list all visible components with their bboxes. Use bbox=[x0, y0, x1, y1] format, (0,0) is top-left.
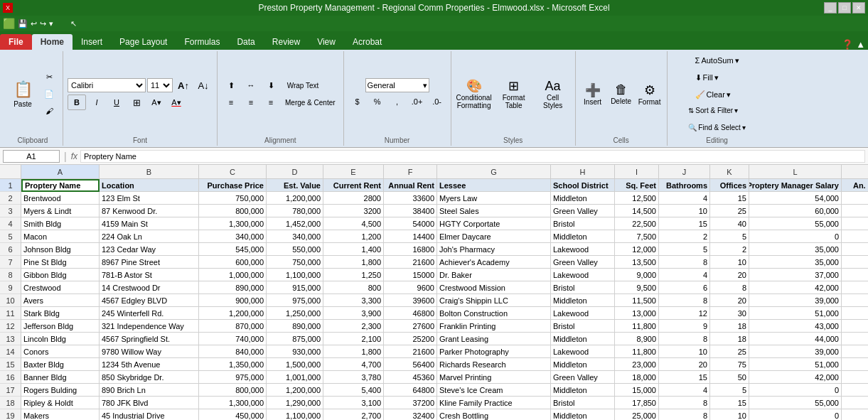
cell-G4[interactable]: HGTY Corportate bbox=[437, 217, 551, 230]
cell-M18[interactable]: 7,500 bbox=[842, 397, 868, 409]
cell-F2[interactable]: 33600 bbox=[384, 192, 437, 205]
clear-button[interactable]: 🧹 Clear ▾ bbox=[692, 87, 734, 102]
cell-L12[interactable]: 43,000 bbox=[749, 320, 842, 333]
cell-D18[interactable]: 1,290,000 bbox=[267, 397, 323, 409]
cell-k1[interactable]: Offices bbox=[710, 179, 749, 192]
cell-J10[interactable]: 8 bbox=[659, 294, 710, 307]
cell-A11[interactable]: Stark Bldg bbox=[21, 307, 100, 320]
autosum-dropdown[interactable]: ▾ bbox=[735, 56, 739, 65]
cell-L2[interactable]: 54,000 bbox=[749, 192, 842, 205]
cell-G3[interactable]: Steel Sales bbox=[437, 205, 551, 217]
cell-I8[interactable]: 9,000 bbox=[615, 269, 659, 281]
cell-K2[interactable]: 15 bbox=[710, 192, 749, 205]
cell-B6[interactable]: 123 Cedar Way bbox=[100, 243, 199, 256]
col-header-h[interactable]: H bbox=[551, 165, 615, 178]
cell-B10[interactable]: 4567 Edgley BLVD bbox=[100, 294, 199, 307]
wrap-text-button[interactable]: Wrap Text bbox=[282, 77, 324, 93]
cell-A18[interactable]: Ripley & Holdt bbox=[21, 397, 100, 409]
row-num-5[interactable]: 5 bbox=[0, 230, 21, 243]
cell-H14[interactable]: Lakewood bbox=[551, 345, 615, 358]
tab-data[interactable]: Data bbox=[228, 34, 263, 50]
cell-F12[interactable]: 27600 bbox=[384, 320, 437, 333]
cell-M11[interactable]: 5,700 bbox=[842, 307, 868, 320]
cell-E12[interactable]: 2,300 bbox=[323, 320, 384, 333]
cell-M4[interactable]: 15,000 bbox=[842, 217, 868, 230]
conditional-formatting-button[interactable]: 🎨 Conditional Formatting bbox=[456, 73, 493, 114]
cell-M17[interactable]: 2,000 bbox=[842, 384, 868, 397]
cell-L16[interactable]: 42,000 bbox=[749, 371, 842, 384]
cell-B9[interactable]: 14 Crestwood Dr bbox=[100, 281, 199, 294]
cell-G15[interactable]: Richards Research bbox=[437, 358, 551, 371]
cell-H19[interactable]: Middleton bbox=[551, 409, 615, 420]
cell-F8[interactable]: 15000 bbox=[384, 269, 437, 281]
cell-I19[interactable]: 25,000 bbox=[615, 409, 659, 420]
font-name-select[interactable]: Calibri bbox=[68, 78, 146, 92]
cell-M19[interactable]: 9,000 bbox=[842, 409, 868, 420]
cell-D4[interactable]: 1,452,000 bbox=[267, 217, 323, 230]
cell-B4[interactable]: 4159 Main St bbox=[100, 217, 199, 230]
merge-center-button[interactable]: Merge & Center bbox=[282, 95, 339, 110]
cell-E7[interactable]: 1,800 bbox=[323, 256, 384, 269]
cell-L10[interactable]: 39,000 bbox=[749, 294, 842, 307]
row-num-7[interactable]: 7 bbox=[0, 256, 21, 269]
cell-A3[interactable]: Myers & Lindt bbox=[21, 205, 100, 217]
cell-K15[interactable]: 75 bbox=[710, 358, 749, 371]
cell-A6[interactable]: Johnson Bldg bbox=[21, 243, 100, 256]
col-header-l[interactable]: L bbox=[749, 165, 842, 178]
cell-K3[interactable]: 25 bbox=[710, 205, 749, 217]
cell-G12[interactable]: Franklin Printing bbox=[437, 320, 551, 333]
cell-K14[interactable]: 25 bbox=[710, 345, 749, 358]
cell-B7[interactable]: 8967 Pine Street bbox=[100, 256, 199, 269]
cell-L18[interactable]: 55,000 bbox=[749, 397, 842, 409]
cell-B15[interactable]: 1234 5th Avenue bbox=[100, 358, 199, 371]
cell-F11[interactable]: 46800 bbox=[384, 307, 437, 320]
cell-K10[interactable]: 20 bbox=[710, 294, 749, 307]
cell-F16[interactable]: 45360 bbox=[384, 371, 437, 384]
cell-E17[interactable]: 5,400 bbox=[323, 384, 384, 397]
cell-B17[interactable]: 890 Brich Ln bbox=[100, 384, 199, 397]
cell-I6[interactable]: 12,000 bbox=[615, 243, 659, 256]
cell-G18[interactable]: Kline Family Practice bbox=[437, 397, 551, 409]
cell-A16[interactable]: Banner Bldg bbox=[21, 371, 100, 384]
cell-D6[interactable]: 550,000 bbox=[267, 243, 323, 256]
cell-C8[interactable]: 1,000,000 bbox=[199, 269, 267, 281]
tab-page-layout[interactable]: Page Layout bbox=[111, 34, 176, 50]
cell-A13[interactable]: Lincoln Bldg bbox=[21, 333, 100, 345]
cell-E2[interactable]: 2800 bbox=[323, 192, 384, 205]
cell-A4[interactable]: Smith Bldg bbox=[21, 217, 100, 230]
cell-C5[interactable]: 340,000 bbox=[199, 230, 267, 243]
cell-H11[interactable]: Lakewood bbox=[551, 307, 615, 320]
row-num-4[interactable]: 4 bbox=[0, 217, 21, 230]
corner-cell[interactable] bbox=[0, 165, 21, 178]
format-table-button[interactable]: ⊞ Format Table bbox=[495, 73, 532, 114]
row-num-19[interactable]: 19 bbox=[0, 409, 21, 420]
cell-A7[interactable]: Pine St Bldg bbox=[21, 256, 100, 269]
fill-button[interactable]: ⬇ Fill ▾ bbox=[692, 70, 722, 85]
row-num-14[interactable]: 14 bbox=[0, 345, 21, 358]
row-num-6[interactable]: 6 bbox=[0, 243, 21, 256]
cell-L7[interactable]: 35,000 bbox=[749, 256, 842, 269]
cell-l1[interactable]: Proptery Manager Salary bbox=[749, 179, 842, 192]
cell-J18[interactable]: 8 bbox=[659, 397, 710, 409]
cell-A9[interactable]: Crestwood bbox=[21, 281, 100, 294]
cell-J9[interactable]: 6 bbox=[659, 281, 710, 294]
cell-F7[interactable]: 21600 bbox=[384, 256, 437, 269]
cell-K5[interactable]: 5 bbox=[710, 230, 749, 243]
cell-c1[interactable]: Purchase Price bbox=[199, 179, 267, 192]
minimize-button[interactable]: _ bbox=[824, 2, 837, 14]
cell-B2[interactable]: 123 Elm St bbox=[100, 192, 199, 205]
name-box[interactable] bbox=[3, 150, 60, 163]
fill-dropdown[interactable]: ▾ bbox=[714, 73, 719, 82]
close-button[interactable]: ✕ bbox=[852, 2, 865, 14]
cell-I10[interactable]: 11,500 bbox=[615, 294, 659, 307]
cell-E16[interactable]: 3,780 bbox=[323, 371, 384, 384]
cell-C15[interactable]: 1,350,000 bbox=[199, 358, 267, 371]
cell-F9[interactable]: 9600 bbox=[384, 281, 437, 294]
align-top-button[interactable]: ⬆ bbox=[222, 77, 240, 93]
increase-font-button[interactable]: A↑ bbox=[174, 77, 193, 93]
bold-button[interactable]: B bbox=[68, 95, 86, 110]
col-header-b[interactable]: B bbox=[100, 165, 199, 178]
cell-A17[interactable]: Rogers Bulding bbox=[21, 384, 100, 397]
border-button[interactable]: ⊞ bbox=[127, 95, 146, 110]
cell-I13[interactable]: 8,900 bbox=[615, 333, 659, 345]
